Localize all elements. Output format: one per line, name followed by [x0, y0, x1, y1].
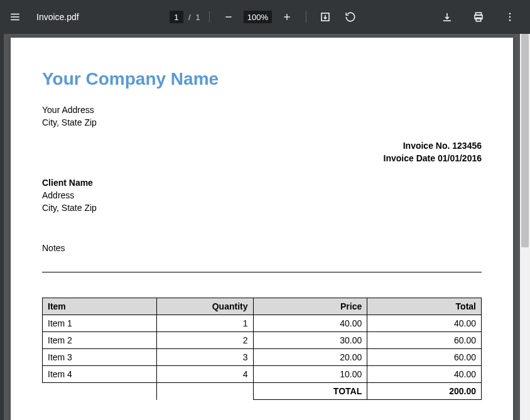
- client-city-state-zip: City, State Zip: [42, 202, 482, 215]
- cell-price: 40.00: [253, 315, 367, 332]
- cell-price: 30.00: [253, 332, 367, 349]
- client-name: Client Name: [42, 177, 482, 190]
- th-quantity: Quantity: [156, 298, 253, 315]
- svg-point-12: [509, 13, 511, 14]
- vertical-scrollbar[interactable]: [520, 34, 530, 420]
- cell-qty: 3: [156, 349, 253, 366]
- menu-icon[interactable]: [5, 7, 25, 27]
- pdf-page: Your Company Name Your Address City, Sta…: [11, 38, 513, 420]
- footer-blank: [156, 383, 253, 400]
- scrollbar-thumb[interactable]: [521, 34, 529, 247]
- invoice-date-label: Invoice Date: [384, 153, 438, 163]
- page-separator: /: [188, 13, 191, 22]
- toolbar-divider: [306, 11, 306, 23]
- page-total: 1: [196, 13, 200, 22]
- invoice-no-label: Invoice No.: [403, 141, 453, 151]
- company-name: Your Company Name: [42, 69, 482, 89]
- th-price: Price: [253, 298, 367, 315]
- client-address: Address: [42, 190, 482, 202]
- svg-point-13: [509, 16, 511, 18]
- rotate-button[interactable]: [340, 7, 360, 27]
- fit-page-button[interactable]: [315, 7, 335, 27]
- footer-blank: [43, 383, 157, 400]
- zoom-in-button[interactable]: [277, 7, 297, 27]
- svg-point-14: [509, 19, 511, 21]
- cell-item: Item 1: [43, 315, 157, 332]
- table-row: Item 3 3 20.00 60.00: [43, 349, 482, 366]
- invoice-date: 01/01/2016: [438, 153, 482, 163]
- page-area[interactable]: Your Company Name Your Address City, Sta…: [4, 34, 520, 420]
- th-total: Total: [367, 298, 482, 315]
- sender-city-state-zip: City, State Zip: [42, 117, 482, 129]
- footer-total-label: TOTAL: [253, 383, 367, 400]
- sender-address: Your Address: [42, 104, 482, 117]
- pdf-toolbar: Invoice.pdf / 1 100%: [0, 0, 530, 34]
- cell-item: Item 4: [43, 366, 157, 383]
- cell-price: 10.00: [253, 366, 367, 383]
- invoice-no: 123456: [452, 141, 482, 151]
- table-footer-row: TOTAL 200.00: [43, 383, 482, 400]
- pdf-viewer: Your Company Name Your Address City, Sta…: [0, 34, 530, 420]
- toolbar-divider: [209, 11, 210, 23]
- cell-total: 60.00: [367, 349, 482, 366]
- zoom-level[interactable]: 100%: [244, 11, 272, 23]
- table-row: Item 2 2 30.00 60.00: [43, 332, 482, 349]
- sender-address-block: Your Address City, State Zip: [42, 104, 482, 129]
- table-header-row: Item Quantity Price Total: [43, 298, 482, 315]
- filename-label: Invoice.pdf: [36, 12, 79, 22]
- print-button[interactable]: [468, 7, 489, 27]
- more-menu-button[interactable]: [500, 7, 520, 27]
- cell-item: Item 2: [43, 332, 157, 349]
- cell-total: 40.00: [367, 315, 482, 332]
- client-block: Client Name Address City, State Zip: [42, 177, 482, 214]
- invoice-meta: Invoice No. 123456 Invoice Date 01/01/20…: [384, 140, 482, 164]
- table-row: Item 1 1 40.00 40.00: [43, 315, 482, 332]
- cell-qty: 4: [156, 366, 253, 383]
- footer-total-value: 200.00: [367, 383, 482, 400]
- cell-qty: 2: [156, 332, 253, 349]
- cell-qty: 1: [156, 315, 253, 332]
- cell-total: 60.00: [367, 332, 482, 349]
- hr-rule: [42, 272, 482, 272]
- invoice-table: Item Quantity Price Total Item 1 1 40.00…: [42, 298, 482, 400]
- table-row: Item 4 4 10.00 40.00: [43, 366, 482, 383]
- zoom-out-button[interactable]: [219, 7, 239, 27]
- cell-total: 40.00: [367, 366, 482, 383]
- notes-label: Notes: [42, 243, 482, 253]
- th-item: Item: [43, 298, 157, 315]
- page-number-input[interactable]: [170, 11, 183, 23]
- cell-item: Item 3: [43, 349, 157, 366]
- cell-price: 20.00: [253, 349, 367, 366]
- download-button[interactable]: [437, 7, 457, 27]
